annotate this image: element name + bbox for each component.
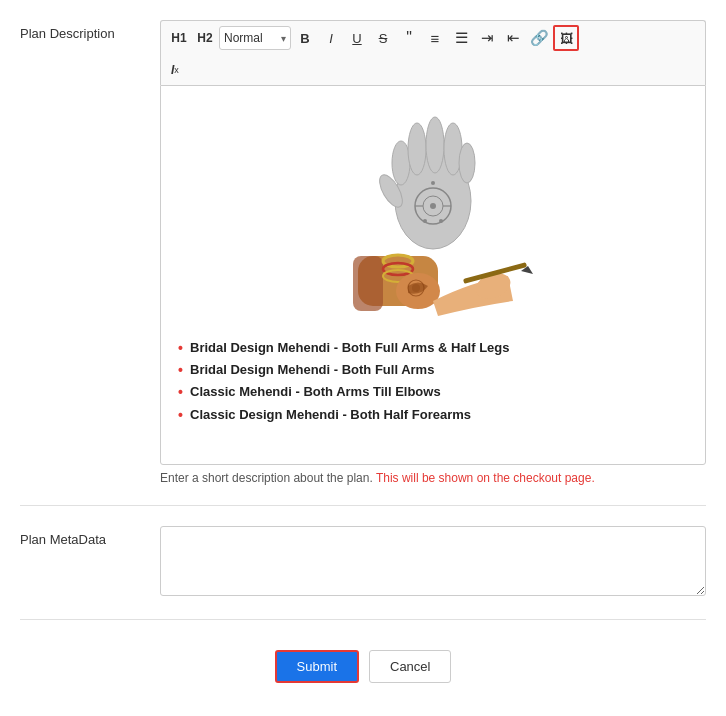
editor-content-area[interactable]: Bridal Design Mehendi - Both Full Arms &… bbox=[160, 85, 706, 465]
h2-button[interactable]: H2 bbox=[193, 26, 217, 50]
plan-metadata-field bbox=[160, 526, 706, 599]
ordered-list-button[interactable]: ≡ bbox=[423, 26, 447, 50]
henna-hands-image bbox=[333, 101, 533, 321]
editor-toolbar-row1: H1 H2 Normal Heading 1 Heading 2 Heading… bbox=[160, 20, 706, 55]
button-row: Submit Cancel bbox=[20, 640, 706, 683]
svg-rect-16 bbox=[353, 256, 383, 311]
svg-point-11 bbox=[423, 219, 427, 223]
indent-right-button[interactable]: ⇥ bbox=[475, 26, 499, 50]
list-item: Bridal Design Mehendi - Both Full Arms &… bbox=[176, 339, 690, 357]
svg-point-5 bbox=[459, 143, 475, 183]
plan-metadata-row: Plan MetaData bbox=[20, 526, 706, 620]
italic-button[interactable]: I bbox=[319, 26, 343, 50]
editor-image-area bbox=[176, 101, 690, 324]
helper-text: Enter a short description about the plan… bbox=[160, 471, 706, 485]
list-item: Classic Design Mehendi - Both Half Forea… bbox=[176, 406, 690, 424]
svg-point-22 bbox=[412, 284, 420, 292]
clear-format-button[interactable]: Ix bbox=[167, 58, 183, 82]
underline-button[interactable]: U bbox=[345, 26, 369, 50]
svg-point-9 bbox=[430, 203, 436, 209]
editor-toolbar-row2: Ix bbox=[160, 55, 706, 85]
plan-description-row: Plan Description H1 H2 Normal Heading 1 … bbox=[20, 20, 706, 506]
unordered-list-button[interactable]: ☰ bbox=[449, 26, 473, 50]
plan-description-label: Plan Description bbox=[20, 20, 160, 41]
svg-point-3 bbox=[426, 117, 444, 173]
strikethrough-button[interactable]: S bbox=[371, 26, 395, 50]
plan-metadata-label: Plan MetaData bbox=[20, 526, 160, 547]
indent-left-button[interactable]: ⇤ bbox=[501, 26, 525, 50]
svg-point-1 bbox=[392, 141, 410, 185]
list-item: Bridal Design Mehendi - Both Full Arms bbox=[176, 361, 690, 379]
link-button[interactable]: 🔗 bbox=[527, 26, 551, 50]
image-button[interactable]: 🖼 bbox=[553, 25, 579, 51]
submit-button[interactable]: Submit bbox=[275, 650, 359, 683]
helper-text-highlight: This will be shown on the checkout page. bbox=[376, 471, 595, 485]
blockquote-button[interactable]: " bbox=[397, 26, 421, 50]
format-select[interactable]: Normal Heading 1 Heading 2 Heading 3 bbox=[224, 31, 291, 45]
bullet-list: Bridal Design Mehendi - Both Full Arms &… bbox=[176, 339, 690, 424]
format-select-wrap: Normal Heading 1 Heading 2 Heading 3 ▾ bbox=[219, 26, 291, 50]
list-item: Classic Mehendi - Both Arms Till Elbows bbox=[176, 383, 690, 401]
bold-button[interactable]: B bbox=[293, 26, 317, 50]
cancel-button[interactable]: Cancel bbox=[369, 650, 451, 683]
plan-description-field: H1 H2 Normal Heading 1 Heading 2 Heading… bbox=[160, 20, 706, 485]
svg-point-10 bbox=[431, 181, 435, 185]
h1-button[interactable]: H1 bbox=[167, 26, 191, 50]
metadata-textarea[interactable] bbox=[160, 526, 706, 596]
svg-point-2 bbox=[408, 123, 426, 175]
svg-point-12 bbox=[439, 219, 443, 223]
